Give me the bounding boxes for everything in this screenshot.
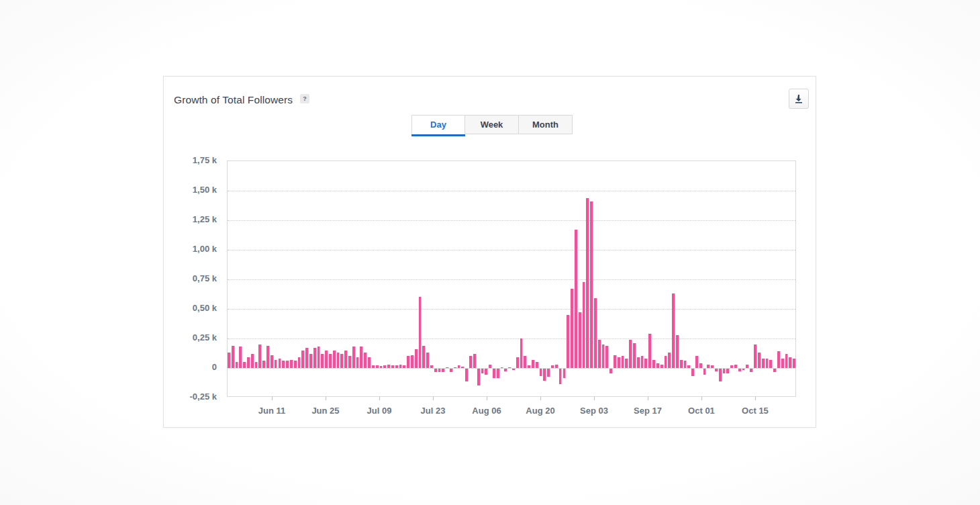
bar[interactable]: [426, 353, 430, 368]
bar[interactable]: [684, 361, 687, 368]
download-button[interactable]: [789, 89, 809, 109]
bar[interactable]: [781, 359, 785, 368]
bar[interactable]: [290, 360, 293, 368]
bar[interactable]: [228, 353, 231, 368]
tab-day[interactable]: Day: [411, 115, 465, 134]
bar[interactable]: [575, 230, 578, 368]
bar[interactable]: [785, 354, 789, 368]
bar[interactable]: [551, 365, 554, 368]
bar[interactable]: [543, 369, 546, 381]
bar[interactable]: [559, 369, 562, 384]
bar[interactable]: [465, 369, 469, 381]
bar[interactable]: [477, 369, 481, 385]
bar[interactable]: [309, 354, 313, 368]
bar[interactable]: [571, 289, 574, 368]
bar[interactable]: [516, 357, 520, 368]
bar[interactable]: [301, 351, 305, 368]
bar[interactable]: [450, 369, 453, 372]
bar[interactable]: [333, 351, 336, 368]
bar[interactable]: [275, 360, 278, 368]
bar[interactable]: [614, 355, 617, 368]
bar[interactable]: [594, 298, 597, 368]
bar[interactable]: [368, 357, 371, 368]
bar[interactable]: [305, 348, 309, 368]
bar[interactable]: [579, 312, 582, 368]
bar[interactable]: [602, 345, 605, 368]
tab-week[interactable]: Week: [465, 115, 519, 134]
bar[interactable]: [411, 355, 414, 368]
bar[interactable]: [789, 357, 792, 368]
bar[interactable]: [618, 357, 621, 368]
bar[interactable]: [644, 359, 648, 368]
bar[interactable]: [508, 367, 511, 368]
bar[interactable]: [251, 354, 254, 368]
bar[interactable]: [567, 315, 570, 368]
bar[interactable]: [469, 356, 473, 368]
bar[interactable]: [758, 353, 761, 368]
bar[interactable]: [458, 365, 461, 368]
bar[interactable]: [648, 334, 652, 368]
bar[interactable]: [407, 356, 410, 368]
bar[interactable]: [255, 362, 258, 368]
bar[interactable]: [536, 362, 539, 368]
bar[interactable]: [750, 369, 753, 372]
bar[interactable]: [637, 357, 640, 368]
bar[interactable]: [232, 346, 235, 368]
bar[interactable]: [547, 369, 550, 377]
bar[interactable]: [262, 361, 266, 368]
bar[interactable]: [629, 340, 632, 368]
bar[interactable]: [715, 369, 718, 371]
bar[interactable]: [395, 365, 399, 368]
bar[interactable]: [271, 355, 274, 368]
bar[interactable]: [493, 369, 496, 378]
bar[interactable]: [376, 365, 379, 368]
bar[interactable]: [540, 369, 543, 376]
bar[interactable]: [738, 369, 742, 371]
bar[interactable]: [652, 360, 656, 368]
bar[interactable]: [298, 357, 301, 368]
bar[interactable]: [687, 365, 691, 368]
bar[interactable]: [754, 345, 757, 368]
bar[interactable]: [501, 367, 504, 368]
bar[interactable]: [719, 369, 722, 381]
bar[interactable]: [746, 365, 749, 368]
bar[interactable]: [633, 343, 636, 368]
bar[interactable]: [360, 347, 363, 368]
bar[interactable]: [723, 369, 726, 373]
bar[interactable]: [622, 356, 625, 368]
bar[interactable]: [415, 349, 418, 368]
bar[interactable]: [766, 359, 769, 368]
bar[interactable]: [586, 198, 589, 368]
bar[interactable]: [286, 361, 289, 368]
bar[interactable]: [348, 356, 352, 368]
bar[interactable]: [461, 367, 464, 368]
bar[interactable]: [665, 356, 668, 368]
bar[interactable]: [528, 365, 531, 368]
bar[interactable]: [520, 338, 524, 368]
bar[interactable]: [422, 346, 426, 368]
bar[interactable]: [695, 356, 699, 368]
bar[interactable]: [317, 347, 321, 368]
bar[interactable]: [734, 365, 738, 368]
bar[interactable]: [454, 367, 457, 368]
bar[interactable]: [532, 360, 535, 368]
bar[interactable]: [243, 362, 246, 368]
bar[interactable]: [239, 347, 242, 368]
bar[interactable]: [660, 365, 664, 368]
bar[interactable]: [793, 359, 796, 368]
bar[interactable]: [446, 367, 449, 368]
bar[interactable]: [266, 346, 270, 368]
bar[interactable]: [372, 365, 375, 368]
bar[interactable]: [340, 354, 344, 368]
bar[interactable]: [742, 369, 746, 370]
bar[interactable]: [282, 361, 285, 368]
bar[interactable]: [668, 353, 671, 368]
bar[interactable]: [707, 365, 710, 368]
bar[interactable]: [247, 357, 250, 368]
bar[interactable]: [726, 369, 730, 373]
bar[interactable]: [236, 362, 239, 368]
bar[interactable]: [380, 366, 383, 368]
bar[interactable]: [442, 369, 445, 372]
bar[interactable]: [590, 201, 593, 368]
bar[interactable]: [555, 365, 558, 368]
